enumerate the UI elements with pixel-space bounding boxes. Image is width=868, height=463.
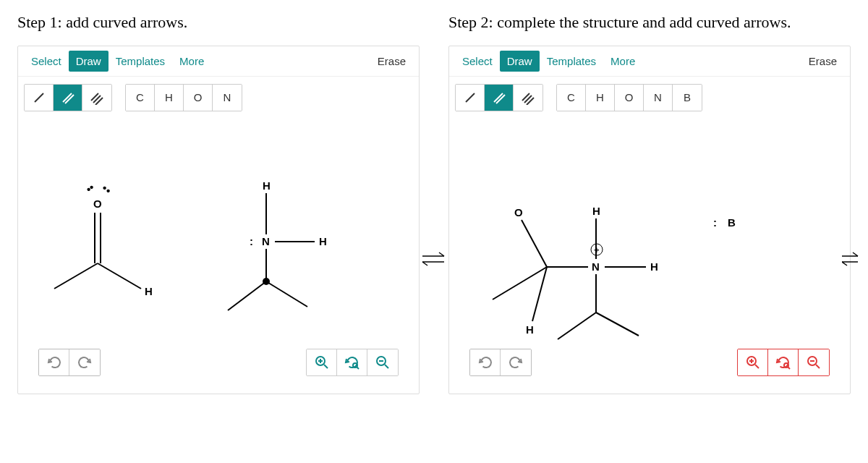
double-bond-button-2[interactable]: [485, 85, 514, 111]
zoom-in-button-2[interactable]: [738, 349, 768, 375]
svg-text:H: H: [650, 260, 658, 273]
zoom-group-1: [306, 349, 399, 376]
svg-line-0: [35, 93, 43, 102]
bond-group-1: [24, 84, 112, 111]
svg-text::: :: [250, 235, 253, 247]
svg-line-25: [266, 281, 307, 307]
undo-redo-group-1: [38, 349, 101, 376]
equilibrium-arrow-1: [420, 249, 448, 269]
svg-line-24: [228, 281, 266, 310]
svg-text:O: O: [93, 197, 102, 210]
panel-step-2: Step 2: complete the structure and add c…: [448, 12, 851, 451]
svg-text::: :: [713, 216, 717, 229]
zoom-reset-button-2[interactable]: [768, 349, 799, 375]
svg-text:H: H: [145, 285, 153, 297]
redo-button-2[interactable]: [501, 349, 531, 375]
zoom-reset-button[interactable]: [337, 349, 367, 375]
atom-N[interactable]: N: [213, 85, 242, 111]
svg-line-66: [788, 367, 790, 369]
atom-H[interactable]: H: [155, 85, 184, 111]
svg-text:N: N: [592, 260, 600, 273]
canvas-2[interactable]: O H N + H: [449, 119, 850, 394]
tab-draw-2[interactable]: Draw: [500, 51, 540, 72]
svg-line-58: [596, 313, 639, 336]
triple-bond-button-2[interactable]: [514, 85, 542, 111]
atom-group-2: C H O N B: [556, 84, 702, 111]
svg-line-13: [54, 263, 98, 289]
svg-line-31: [357, 367, 359, 369]
step-2-title: Step 2: complete the structure and add c…: [448, 12, 851, 34]
atom-B-2[interactable]: B: [673, 85, 702, 111]
svg-text:B: B: [728, 216, 736, 229]
step-1-title: Step 1: add curved arrows.: [17, 12, 420, 34]
tab-more[interactable]: More: [172, 51, 211, 72]
tab-templates-2[interactable]: Templates: [540, 51, 603, 72]
bond-group-2: [455, 84, 543, 111]
svg-text:•: •: [90, 181, 93, 193]
svg-line-14: [98, 263, 141, 289]
atom-H-2[interactable]: H: [586, 85, 615, 111]
tab-templates[interactable]: Templates: [109, 51, 172, 72]
toolrow-1: C H O N: [18, 77, 419, 119]
svg-line-62: [755, 365, 759, 368]
svg-line-37: [466, 93, 475, 102]
svg-line-27: [324, 365, 328, 368]
svg-text:H: H: [263, 179, 271, 192]
single-bond-button[interactable]: [25, 85, 54, 111]
svg-point-30: [353, 363, 357, 368]
svg-line-33: [385, 365, 388, 368]
tab-select[interactable]: Select: [24, 51, 69, 72]
panel-step-1: Step 1: add curved arrows. Select Draw T…: [17, 12, 420, 451]
svg-line-43: [522, 220, 547, 267]
zoom-out-button-2[interactable]: [799, 349, 829, 375]
editor-2: Select Draw Templates More Erase C: [448, 46, 851, 394]
svg-line-57: [558, 313, 596, 339]
undo-button[interactable]: [39, 349, 69, 375]
tabbar-2: Select Draw Templates More Erase: [449, 46, 850, 77]
atom-C-2[interactable]: C: [557, 85, 586, 111]
svg-text:N: N: [262, 235, 270, 247]
svg-text:•: •: [106, 184, 110, 197]
editor-1: Select Draw Templates More Erase C: [17, 46, 420, 394]
atom-N-2[interactable]: N: [644, 85, 673, 111]
svg-point-65: [784, 363, 788, 368]
single-bond-button-2[interactable]: [456, 85, 485, 111]
tabbar-1: Select Draw Templates More Erase: [18, 46, 419, 77]
atom-O[interactable]: O: [184, 85, 213, 111]
atom-C[interactable]: C: [126, 85, 155, 111]
triple-bond-button[interactable]: [82, 85, 111, 111]
erase-button-2[interactable]: Erase: [801, 51, 844, 72]
undo-button-2[interactable]: [470, 349, 501, 375]
svg-text:H: H: [526, 323, 534, 336]
tab-more-2[interactable]: More: [603, 51, 642, 72]
atom-O-2[interactable]: O: [615, 85, 644, 111]
canvas-1[interactable]: O • • • • H N :: [18, 119, 419, 394]
undo-redo-group-2: [469, 349, 532, 376]
svg-text:H: H: [319, 235, 327, 247]
zoom-group-2: [737, 349, 830, 376]
redo-button[interactable]: [69, 349, 100, 375]
svg-text:H: H: [592, 205, 600, 217]
toolrow-2: C H O N B: [449, 77, 850, 119]
double-bond-button[interactable]: [54, 85, 82, 111]
svg-line-68: [816, 365, 820, 368]
atom-group-1: C H O N: [125, 84, 242, 111]
svg-text:O: O: [514, 206, 523, 218]
svg-line-45: [493, 267, 547, 300]
erase-button[interactable]: Erase: [370, 51, 413, 72]
zoom-out-button[interactable]: [367, 349, 398, 375]
tab-select-2[interactable]: Select: [455, 51, 500, 72]
tab-draw[interactable]: Draw: [69, 51, 109, 72]
zoom-in-button[interactable]: [307, 349, 337, 375]
